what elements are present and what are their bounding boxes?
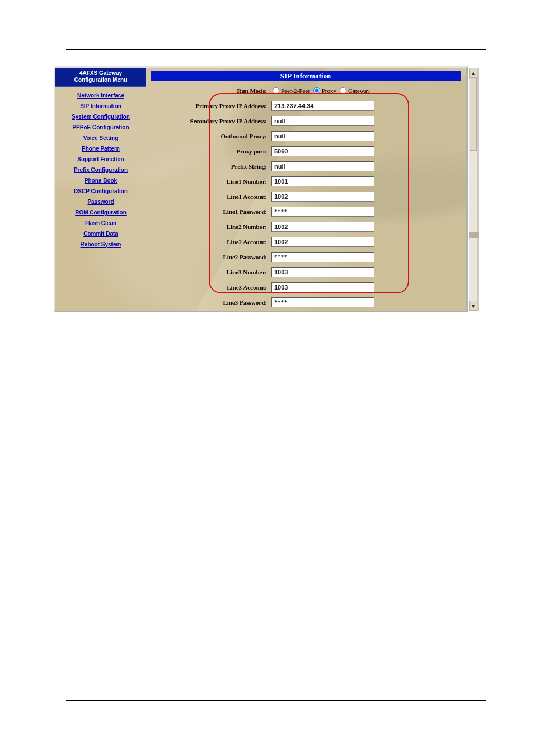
radio-label: Proxy xyxy=(322,87,336,94)
sidebar-item-pppoe-configuration[interactable]: PPPoE Configuration xyxy=(55,124,146,130)
scroll-up-icon[interactable]: ▴ xyxy=(469,68,477,78)
input-line1-account[interactable] xyxy=(271,192,374,202)
label-line1-password: Line1 Password: xyxy=(151,208,269,215)
input-outbound-proxy[interactable] xyxy=(271,131,374,141)
row-line3-password: Line3 Password: xyxy=(151,295,461,310)
ctl-line2-password xyxy=(269,252,461,262)
row-line2-number: Line2 Number: xyxy=(151,219,461,234)
sidebar-item-rom-configuration[interactable]: ROM Configuration xyxy=(55,209,146,216)
radio-runmode-proxy[interactable] xyxy=(313,87,320,94)
scroll-down-icon[interactable]: ▾ xyxy=(469,301,477,311)
radio-label: Peer-2-Peer xyxy=(281,87,310,94)
label-line3-account: Line3 Account: xyxy=(151,284,269,291)
label-proxy-port: Proxy port: xyxy=(151,148,269,155)
ctl-line2-number xyxy=(269,222,461,232)
sidebar-item-password[interactable]: Password xyxy=(55,199,146,205)
sidebar-links: Network InterfaceSIP InformationSystem C… xyxy=(55,87,146,248)
ctl-proxy-port xyxy=(269,146,461,156)
input-line2-password[interactable] xyxy=(271,252,374,262)
sidebar-item-dscp-configuration[interactable]: DSCP Configuration xyxy=(55,188,146,194)
row-line3-account: Line3 Account: xyxy=(151,279,461,295)
runmode-group: Peer-2-Peer Proxy Gateway xyxy=(269,87,461,94)
row-line1-number: Line1 Number: xyxy=(151,174,461,189)
sidebar-title-line2: Configuration Menu xyxy=(55,77,146,83)
row-line2-account: Line2 Account: xyxy=(151,234,461,249)
sidebar-item-voice-setting[interactable]: Voice Setting xyxy=(55,135,146,141)
label-runmode: Run Mode: xyxy=(151,87,269,94)
ctl-line1-number xyxy=(269,176,461,186)
scroll-tick xyxy=(469,232,479,238)
input-primary-proxy-ip-address[interactable] xyxy=(271,101,374,111)
ctl-primary-proxy-ip-address xyxy=(269,101,461,111)
input-line3-account[interactable] xyxy=(271,282,374,292)
row-primary-proxy-ip-address: Primary Proxy IP Address: xyxy=(151,98,461,113)
ctl-line2-account xyxy=(269,237,461,247)
ctl-outbound-proxy xyxy=(269,131,461,141)
ctl-secondary-proxy-ip-address xyxy=(269,116,461,126)
label-line2-account: Line2 Account: xyxy=(151,239,269,245)
sidebar-item-commit-data[interactable]: Commit Data xyxy=(55,231,146,237)
sidebar-item-phone-book[interactable]: Phone Book xyxy=(55,178,146,184)
ctl-line1-password xyxy=(269,207,461,217)
scroll-thumb[interactable] xyxy=(470,78,477,151)
input-proxy-port[interactable] xyxy=(271,146,374,156)
input-line1-number[interactable] xyxy=(271,176,374,186)
ctl-line3-password xyxy=(269,297,461,307)
input-line2-account[interactable] xyxy=(271,237,374,247)
radio-label: Gateway xyxy=(348,87,370,94)
row-line2-password: Line2 Password: xyxy=(151,249,461,264)
sidebar-item-prefix-configuration[interactable]: Prefix Configuration xyxy=(55,167,146,173)
label-line2-number: Line2 Number: xyxy=(151,223,269,230)
row-line1-account: Line1 Account: xyxy=(151,189,461,204)
page-rule-bottom xyxy=(66,700,486,713)
row-line3-number: Line3 Number: xyxy=(151,264,461,279)
input-line3-number[interactable] xyxy=(271,267,374,277)
app-window: 4AFXS Gateway Configuration Menu Network… xyxy=(54,66,468,312)
page-rule-top xyxy=(66,49,486,50)
label-line1-number: Line1 Number: xyxy=(151,178,269,185)
label-line3-password: Line3 Password: xyxy=(151,299,269,306)
panel-title: SIP Information xyxy=(151,71,461,81)
label-primary-proxy-ip-address: Primary Proxy IP Address: xyxy=(151,102,269,109)
label-secondary-proxy-ip-address: Secondary Proxy IP Address: xyxy=(151,118,269,124)
input-secondary-proxy-ip-address[interactable] xyxy=(271,116,374,126)
ctl-line3-account xyxy=(269,282,461,292)
input-line3-password[interactable] xyxy=(271,297,374,307)
row-secondary-proxy-ip-address: Secondary Proxy IP Address: xyxy=(151,113,461,128)
label-line3-number: Line3 Number: xyxy=(151,269,269,276)
sidebar-item-support-function[interactable]: Support Function xyxy=(55,156,146,162)
radio-runmode-gateway[interactable] xyxy=(340,87,346,94)
sidebar-item-phone-pattern[interactable]: Phone Pattern xyxy=(55,146,146,152)
radio-runmode-peer-2-peer[interactable] xyxy=(273,87,279,94)
ctl-line3-number xyxy=(269,267,461,277)
label-line2-password: Line2 Password: xyxy=(151,254,269,260)
row-proxy-port: Proxy port: xyxy=(151,143,461,158)
label-prefix-string: Prefix String: xyxy=(151,163,269,170)
input-prefix-string[interactable] xyxy=(271,161,374,171)
sidebar-header: 4AFXS Gateway Configuration Menu xyxy=(55,68,146,87)
row-line1-password: Line1 Password: xyxy=(151,204,461,219)
row-outbound-proxy: Outbound Proxy: xyxy=(151,128,461,143)
sidebar-item-sip-information[interactable]: SIP Information xyxy=(55,103,146,109)
main-panel: SIP Information Run Mode: Peer-2-Peer Pr… xyxy=(151,71,461,307)
sidebar-title-line1: 4AFXS Gateway xyxy=(55,70,146,77)
row-prefix-string: Prefix String: xyxy=(151,158,461,174)
row-runmode: Run Mode: Peer-2-Peer Proxy Gateway xyxy=(151,83,461,98)
input-line2-number[interactable] xyxy=(271,222,374,232)
vertical-scrollbar[interactable]: ▴ ▾ xyxy=(469,68,479,311)
ctl-line1-account xyxy=(269,192,461,202)
sidebar: 4AFXS Gateway Configuration Menu Network… xyxy=(55,68,146,248)
sidebar-item-network-interface[interactable]: Network Interface xyxy=(55,92,146,99)
input-line1-password[interactable] xyxy=(271,207,374,217)
label-outbound-proxy: Outbound Proxy: xyxy=(151,133,269,139)
ctl-prefix-string xyxy=(269,161,461,171)
sidebar-item-reboot-system[interactable]: Reboot System xyxy=(55,241,146,248)
sidebar-item-flash-clean[interactable]: Flash Clean xyxy=(55,220,146,226)
label-line1-account: Line1 Account: xyxy=(151,193,269,200)
sidebar-item-system-configuration[interactable]: System Configuration xyxy=(55,114,146,120)
